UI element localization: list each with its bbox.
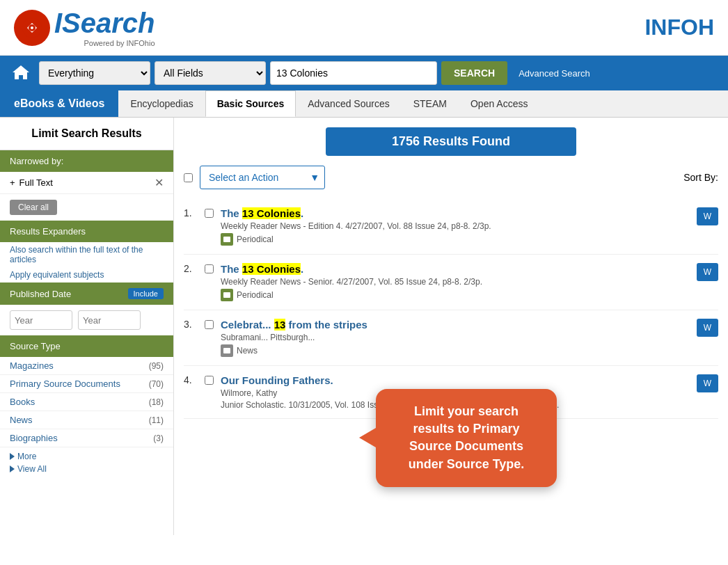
result-title-3[interactable]: Celebrat... 13 from the stripes bbox=[221, 319, 367, 331]
result-action-btn-1[interactable]: W bbox=[697, 207, 718, 225]
search-button[interactable]: SEARCH bbox=[441, 61, 507, 85]
result-type-label-2: Periodical bbox=[237, 290, 274, 300]
include-button[interactable]: Include bbox=[128, 288, 164, 299]
sort-by-label: Sort By: bbox=[683, 172, 718, 183]
svg-point-2 bbox=[31, 26, 33, 29]
full-text-label: Full Text bbox=[19, 177, 53, 188]
highlight-3a: 13 bbox=[274, 319, 286, 331]
magazines-link[interactable]: Magazines bbox=[10, 360, 54, 371]
action-left: Select an Action ▼ bbox=[184, 166, 325, 189]
published-date-bar: Published Date Include bbox=[0, 282, 173, 305]
source-type-news[interactable]: News (11) bbox=[0, 411, 173, 429]
result-type-label-1: Periodical bbox=[237, 234, 274, 244]
tab-open-access[interactable]: Open Access bbox=[459, 90, 540, 117]
view-all-label[interactable]: View All bbox=[17, 464, 47, 474]
clear-all-button[interactable]: Clear all bbox=[10, 200, 57, 215]
logo-icon bbox=[14, 10, 50, 46]
result-content-2: The 13 Colonies. Weekly Reader News - Se… bbox=[221, 263, 690, 301]
ebooks-videos-tab[interactable]: eBooks & Videos bbox=[0, 90, 118, 117]
tab-basic-sources[interactable]: Basic Sources bbox=[205, 90, 296, 117]
result-number-2: 2. bbox=[184, 263, 198, 274]
action-select-wrapper: Select an Action ▼ bbox=[200, 166, 325, 189]
result-title-2[interactable]: The 13 Colonies. bbox=[221, 263, 303, 275]
year-from-input[interactable] bbox=[10, 310, 72, 330]
result-type-2: Periodical bbox=[221, 289, 690, 301]
result-checkbox-1[interactable] bbox=[205, 209, 214, 218]
result-checkbox-4[interactable] bbox=[205, 376, 214, 385]
result-meta-2: Weekly Reader News - Senior. 4/27/2007, … bbox=[221, 277, 690, 287]
result-action-btn-2[interactable]: W bbox=[697, 263, 718, 281]
source-type-bar: Source Type bbox=[0, 335, 173, 357]
result-item-3: 3. Celebrat... 13 from the stripes Subra… bbox=[184, 310, 718, 366]
highlight-1: 13 Colonies bbox=[242, 207, 301, 219]
tooltip-bubble: Limit your search results to Primary Sou… bbox=[376, 389, 557, 487]
result-checkbox-2[interactable] bbox=[205, 264, 214, 273]
source-type-books[interactable]: Books (18) bbox=[0, 393, 173, 411]
result-item-1: 1. The 13 Colonies. Weekly Reader News -… bbox=[184, 199, 718, 255]
tab-advanced-sources[interactable]: Advanced Sources bbox=[296, 90, 402, 117]
result-checkbox-3[interactable] bbox=[205, 320, 214, 329]
remove-full-text-button[interactable]: ✕ bbox=[155, 176, 164, 189]
biographies-link[interactable]: Biographies bbox=[10, 433, 58, 443]
more-view-all-area: More View All bbox=[0, 447, 173, 478]
primary-source-docs-link[interactable]: Primary Source Documents bbox=[10, 379, 120, 389]
more-label[interactable]: More bbox=[17, 452, 36, 461]
svg-rect-3 bbox=[223, 237, 230, 242]
search-type-select[interactable]: Everything Journals Books Newspapers bbox=[39, 61, 150, 85]
main-layout: Limit Search Results Narrowed by: + Full… bbox=[0, 118, 728, 535]
svg-rect-5 bbox=[223, 348, 230, 353]
result-type-1: Periodical bbox=[221, 233, 690, 246]
year-to-input[interactable] bbox=[78, 310, 141, 330]
tab-steam[interactable]: STEAM bbox=[402, 90, 459, 117]
more-link[interactable]: More bbox=[10, 450, 164, 463]
source-type-magazines[interactable]: Magazines (95) bbox=[0, 357, 173, 375]
select-all-checkbox[interactable] bbox=[184, 173, 193, 182]
result-content-1: The 13 Colonies. Weekly Reader News - Ed… bbox=[221, 207, 690, 246]
result-title-4[interactable]: Our Founding Fathers. bbox=[221, 374, 333, 386]
logo-area: ISearch Powered by INFOhio bbox=[14, 8, 155, 47]
narrowed-by-bar: Narrowed by: bbox=[0, 150, 173, 172]
tab-encyclopedias[interactable]: Encyclopedias bbox=[118, 90, 205, 117]
result-meta-1: Weekly Reader News - Edition 4. 4/27/200… bbox=[221, 221, 690, 231]
news-icon-3 bbox=[221, 344, 233, 357]
search-field-select[interactable]: All Fields Title Author Subject bbox=[155, 61, 266, 85]
date-range-area bbox=[0, 305, 173, 335]
result-type-label-3: News bbox=[237, 346, 258, 356]
result-action-btn-3[interactable]: W bbox=[697, 319, 718, 337]
search-input[interactable] bbox=[270, 61, 437, 85]
view-all-link[interactable]: View All bbox=[10, 463, 164, 475]
tooltip-arrow bbox=[359, 428, 376, 447]
equivalent-subjects-link[interactable]: Apply equivalent subjects bbox=[0, 267, 173, 282]
result-number-3: 3. bbox=[184, 319, 198, 330]
clear-all-area: Clear all bbox=[0, 194, 173, 221]
source-type-biographies[interactable]: Biographies (3) bbox=[0, 429, 173, 447]
full-text-search-link[interactable]: Also search within the full text of the … bbox=[0, 242, 173, 267]
action-bar: Select an Action ▼ Sort By: bbox=[184, 166, 718, 189]
news-count: (11) bbox=[149, 415, 164, 425]
result-number-4: 4. bbox=[184, 374, 198, 385]
plus-icon: + bbox=[10, 177, 15, 188]
content-area: 1756 Results Found Select an Action ▼ So… bbox=[174, 118, 728, 535]
action-select[interactable]: Select an Action bbox=[200, 166, 325, 189]
result-action-btn-4[interactable]: W bbox=[697, 374, 718, 392]
result-item-2: 2. The 13 Colonies. Weekly Reader News -… bbox=[184, 255, 718, 310]
nav-bar: Everything Journals Books Newspapers All… bbox=[0, 56, 728, 90]
home-button[interactable] bbox=[7, 58, 35, 88]
result-title-1[interactable]: The 13 Colonies. bbox=[221, 207, 303, 219]
result-meta-3: Subramani... Pittsburgh... bbox=[221, 333, 690, 342]
news-link[interactable]: News bbox=[10, 415, 33, 425]
periodical-icon-1 bbox=[221, 233, 233, 246]
powered-by-text: Powered by INFOhio bbox=[54, 39, 155, 47]
advanced-search-link[interactable]: Advanced Search bbox=[519, 68, 590, 79]
primary-source-docs-count: (70) bbox=[149, 379, 164, 389]
sidebar-title: Limit Search Results bbox=[0, 118, 173, 150]
magazines-count: (95) bbox=[149, 361, 164, 371]
periodical-icon-2 bbox=[221, 289, 233, 301]
source-type-primary-source-docs[interactable]: Primary Source Documents (70) bbox=[0, 375, 173, 393]
results-found-bar: 1756 Results Found bbox=[326, 127, 576, 156]
books-link[interactable]: Books bbox=[10, 397, 35, 407]
top-header: ISearch Powered by INFOhio INFOH bbox=[0, 0, 728, 56]
infohio-partial-text: INFOH bbox=[644, 15, 714, 40]
highlight-2: 13 Colonies bbox=[242, 263, 301, 275]
logo-text-area: ISearch Powered by INFOhio bbox=[54, 8, 155, 47]
